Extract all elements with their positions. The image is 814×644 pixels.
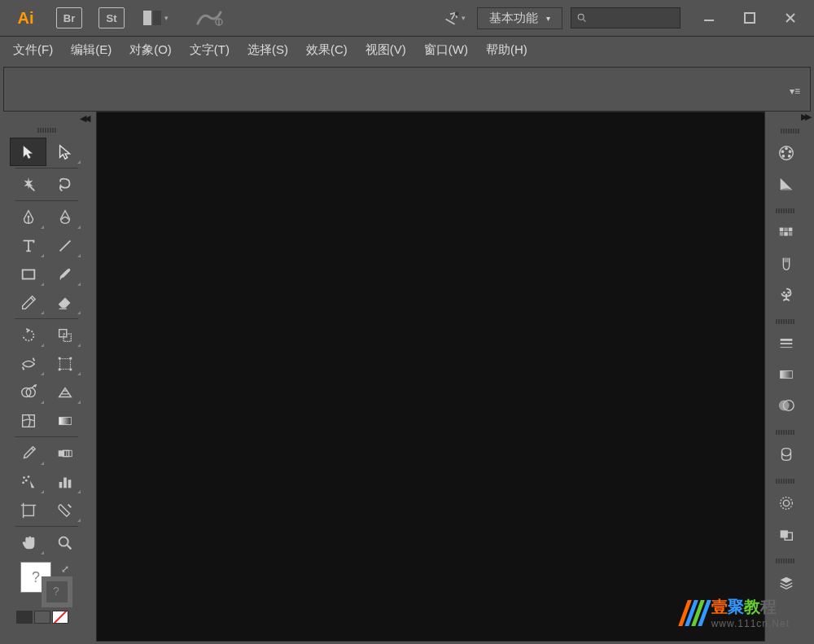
eyedropper-tool[interactable] — [10, 439, 46, 467]
rotate-tool[interactable] — [10, 321, 46, 349]
appearance-panel-button[interactable] — [768, 488, 804, 519]
workspace-switcher[interactable]: 基本功能▾ — [477, 7, 562, 29]
canvas-area[interactable] — [96, 112, 765, 642]
pencil-tool[interactable] — [10, 288, 46, 317]
menu-effect[interactable]: 效果(C) — [306, 42, 348, 58]
menu-help[interactable]: 帮助(H) — [486, 42, 527, 58]
control-bar-menu-icon[interactable]: ▾≡ — [790, 85, 800, 97]
libraries-panel-button[interactable] — [768, 439, 804, 470]
hand-tool[interactable] — [10, 528, 46, 557]
svg-point-56 — [783, 291, 786, 294]
svg-rect-48 — [784, 228, 788, 232]
close-button[interactable] — [770, 6, 811, 30]
maximize-button[interactable] — [729, 6, 770, 30]
svg-rect-47 — [780, 228, 784, 232]
graphic-styles-panel-button[interactable] — [768, 519, 804, 550]
svg-rect-19 — [69, 368, 72, 370]
menu-view[interactable]: 视图(V) — [365, 42, 406, 58]
collapse-panels-icon[interactable]: ▶▶ — [801, 112, 809, 125]
color-guide-panel-button[interactable] — [768, 169, 804, 199]
draw-mode-swatch[interactable] — [52, 611, 68, 624]
curvature-tool[interactable] — [46, 203, 83, 231]
panel-group-grip[interactable] — [768, 429, 801, 436]
stock-badge[interactable]: St — [98, 7, 125, 28]
svg-point-66 — [783, 500, 789, 506]
menu-edit[interactable]: 编辑(E) — [71, 42, 112, 58]
selection-tool[interactable] — [10, 138, 46, 166]
gradient-panel-button[interactable] — [768, 359, 804, 390]
right-panel-grip[interactable] — [773, 128, 806, 134]
draw-mode-swatch[interactable] — [34, 611, 50, 624]
mesh-tool[interactable] — [10, 406, 46, 435]
tools-panel-grip[interactable] — [10, 126, 83, 134]
direct-selection-tool[interactable] — [46, 138, 83, 166]
search-input[interactable] — [571, 7, 681, 28]
fill-stroke-swatches[interactable]: ? ⤢ — [15, 562, 77, 607]
panel-group-grip[interactable] — [768, 318, 801, 325]
swap-fill-stroke-icon[interactable]: ⤢ — [61, 563, 69, 575]
svg-rect-16 — [58, 357, 60, 359]
minimize-button[interactable] — [689, 6, 729, 30]
sync-settings-icon[interactable]: ▾ — [444, 7, 466, 28]
stroke-panel-button[interactable] — [768, 328, 804, 359]
transparency-panel-button[interactable] — [768, 390, 804, 421]
scale-tool[interactable] — [46, 321, 83, 349]
panel-group-grip[interactable] — [768, 558, 801, 564]
column-graph-tool[interactable] — [46, 467, 83, 496]
gradient-tool[interactable] — [46, 406, 83, 435]
width-tool[interactable] — [10, 349, 46, 378]
svg-rect-22 — [22, 414, 34, 427]
eraser-tool[interactable] — [46, 288, 83, 317]
svg-line-4 — [584, 20, 586, 22]
bridge-badge[interactable]: Br — [56, 7, 82, 28]
menu-bar: 文件(F) 编辑(E) 对象(O) 文字(T) 选择(S) 效果(C) 视图(V… — [0, 37, 814, 64]
slice-tool[interactable] — [46, 496, 83, 524]
zoom-tool[interactable] — [46, 528, 83, 557]
color-panel-button[interactable] — [768, 138, 804, 169]
svg-rect-13 — [59, 329, 66, 336]
menu-select[interactable]: 选择(S) — [247, 42, 288, 58]
svg-point-46 — [781, 150, 785, 153]
panel-group-grip[interactable] — [768, 478, 801, 484]
perspective-grid-tool[interactable] — [46, 378, 83, 406]
svg-rect-33 — [68, 480, 71, 488]
svg-point-45 — [782, 155, 786, 158]
menu-window[interactable]: 窗口(W) — [424, 42, 468, 58]
svg-rect-34 — [23, 505, 33, 515]
svg-rect-51 — [784, 232, 788, 236]
swatches-panel-button[interactable] — [768, 217, 804, 248]
type-tool[interactable] — [10, 231, 46, 260]
svg-point-28 — [27, 475, 29, 478]
svg-point-2 — [455, 11, 459, 15]
draw-mode-swatch[interactable] — [16, 611, 33, 624]
svg-point-29 — [24, 479, 27, 481]
arrange-documents-button[interactable]: ▾ — [141, 7, 170, 28]
shape-builder-tool[interactable] — [10, 378, 46, 406]
menu-file[interactable]: 文件(F) — [13, 42, 53, 58]
layers-panel-button[interactable] — [768, 567, 804, 598]
symbol-sprayer-tool[interactable] — [10, 467, 46, 496]
svg-point-58 — [786, 294, 788, 296]
artboard-tool[interactable] — [10, 496, 46, 524]
paintbrush-tool[interactable] — [46, 260, 83, 288]
tools-panel: ? ⤢ — [10, 125, 83, 642]
magic-wand-tool[interactable] — [10, 170, 46, 199]
stroke-swatch[interactable] — [42, 576, 72, 607]
free-transform-tool[interactable] — [46, 349, 83, 378]
svg-rect-62 — [781, 370, 793, 378]
menu-object[interactable]: 对象(O) — [129, 42, 172, 58]
collapse-tools-icon[interactable]: ◀◀ — [80, 113, 88, 125]
lasso-tool[interactable] — [46, 170, 83, 199]
blend-tool[interactable] — [46, 439, 83, 467]
symbols-panel-button[interactable] — [768, 279, 804, 310]
gpu-performance-icon[interactable] — [195, 9, 224, 27]
svg-rect-5 — [704, 20, 714, 21]
line-segment-tool[interactable] — [46, 231, 83, 260]
panel-group-grip[interactable] — [768, 208, 801, 214]
watermark: 壹聚教程 www.111cn.Net — [683, 596, 790, 629]
pen-tool[interactable] — [10, 203, 46, 231]
rectangle-tool[interactable] — [10, 260, 46, 288]
svg-point-42 — [785, 147, 788, 151]
menu-type[interactable]: 文字(T) — [190, 42, 230, 58]
brushes-panel-button[interactable] — [768, 248, 804, 279]
